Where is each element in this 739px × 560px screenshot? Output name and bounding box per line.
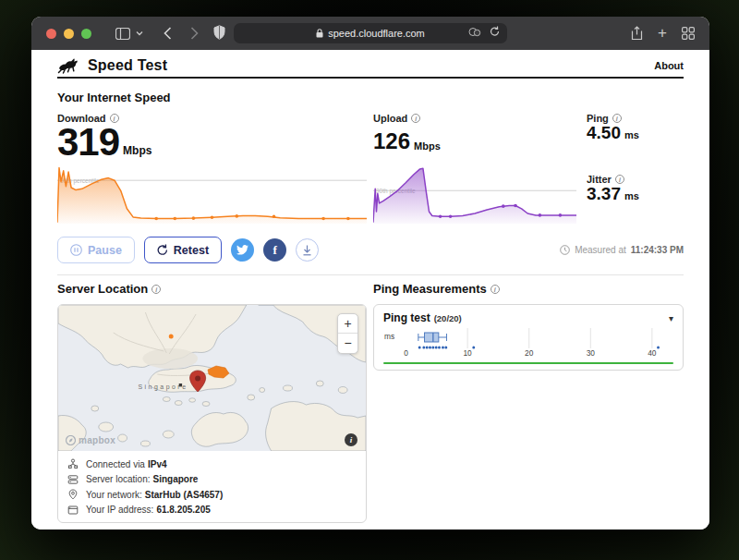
share-facebook-button[interactable]: f [263, 238, 286, 262]
pause-button[interactable]: Pause [57, 237, 135, 263]
jitter-value: 3.37 [587, 185, 621, 203]
ping-info-icon[interactable]: i [612, 114, 622, 123]
map[interactable]: Singapore + − [58, 305, 366, 451]
map-zoom-control: + − [337, 313, 358, 354]
map-secondary-marker [169, 335, 174, 339]
section-divider [57, 274, 684, 275]
page-content: Speed Test About Your Internet Speed Dow… [31, 50, 709, 530]
detail-row-server: Server location:Singapore [67, 472, 357, 488]
site-badge-icon[interactable] [468, 27, 482, 37]
svg-text:10: 10 [463, 348, 472, 358]
upload-label: Upload [373, 113, 407, 124]
mapbox-logo[interactable]: mapbox [66, 435, 115, 445]
jitter-metric: Jitteri 3.37 ms [587, 174, 684, 203]
url-text: speed.cloudflare.com [328, 28, 425, 39]
tab-overview-icon[interactable] [682, 27, 695, 40]
upload-metric: Uploadi 126 Mbps 90th percentile [373, 113, 576, 224]
browser-toolbar: speed.cloudflare.com + [31, 17, 709, 50]
download-value: 319 [57, 124, 119, 161]
server-location-card: Singapore + − [57, 304, 367, 523]
detail-row-network: Your network:StarHub (AS4657) [67, 487, 357, 503]
svg-text:0: 0 [404, 348, 408, 358]
measured-time: 11:24:33 PM [631, 245, 684, 255]
map-attribution-button[interactable]: i [345, 433, 357, 446]
site-logo[interactable]: Speed Test [57, 57, 167, 74]
chevron-down-icon[interactable] [136, 30, 143, 36]
fullscreen-window-button[interactable] [81, 29, 91, 39]
download-results-button[interactable] [296, 238, 319, 262]
lower-grid: Server Locationi [57, 282, 684, 523]
ping-dropdown-caret[interactable]: ▾ [669, 313, 673, 323]
site-title: Speed Test [88, 57, 167, 74]
download-unit: Mbps [123, 144, 151, 161]
server-location-info-icon[interactable]: i [151, 285, 161, 294]
ping-metric: Pingi 4.50 ms [587, 113, 684, 161]
svg-text:ms: ms [384, 332, 394, 341]
svg-text:20: 20 [525, 348, 534, 358]
download-metric: Downloadi 319 Mbps 90th percentile [57, 113, 367, 224]
forward-button[interactable] [190, 27, 199, 40]
download-icon [302, 245, 312, 256]
new-tab-icon[interactable]: + [658, 27, 667, 40]
share-icon[interactable] [631, 26, 643, 41]
ping-boxplot: 010203040ms [383, 326, 673, 359]
ping-measurements-section: Ping Measurementsi Ping test (20/20) ▾ 0… [373, 282, 684, 523]
svg-text:40: 40 [648, 348, 657, 358]
measured-at: Measured at 11:24:33 PM [560, 245, 684, 255]
upload-info-icon[interactable]: i [411, 114, 420, 123]
back-button[interactable] [164, 27, 172, 40]
ping-test-label: Ping test [383, 311, 430, 324]
jitter-unit: ms [624, 190, 639, 203]
detail-row-connection: Connected viaIPv4 [67, 457, 357, 472]
close-window-button[interactable] [46, 29, 56, 39]
traffic-lights [46, 29, 91, 39]
sidebar-toggle-icon[interactable] [115, 28, 130, 40]
latency-metrics: Pingi 4.50 ms Jitteri 3.37 ms [583, 113, 684, 224]
retest-button[interactable]: Retest [144, 237, 222, 263]
server-location-section: Server Locationi [57, 282, 367, 523]
facebook-icon: f [273, 243, 276, 258]
browser-window: speed.cloudflare.com + [31, 17, 709, 530]
ping-measurements-info-icon[interactable]: i [491, 285, 500, 294]
ping-test-count: (20/20) [434, 313, 462, 323]
site-header: Speed Test About [57, 50, 684, 79]
section-title-speed: Your Internet Speed [57, 91, 684, 104]
pin-icon [67, 489, 79, 500]
share-twitter-button[interactable] [231, 238, 254, 262]
upload-unit: Mbps [414, 140, 441, 153]
ping-unit: ms [624, 129, 639, 142]
lock-icon [316, 29, 323, 38]
desktop-background: speed.cloudflare.com + [0, 0, 739, 560]
jitter-info-icon[interactable]: i [615, 175, 624, 184]
clock-icon [560, 245, 570, 255]
ping-value: 4.50 [587, 124, 621, 142]
zoom-in-button[interactable]: + [338, 314, 357, 334]
measured-prefix: Measured at [575, 245, 626, 255]
reload-icon[interactable] [490, 26, 500, 37]
download-chart: 90th percentile [57, 164, 367, 224]
ping-progress-bar [383, 362, 673, 364]
connection-details: Connected viaIPv4 Server location:Singap… [58, 451, 366, 522]
controls-row: Pause Retest f Measured at [57, 237, 684, 263]
ping-measurements-title: Ping Measurements [373, 282, 487, 296]
twitter-icon [236, 245, 248, 255]
upload-chart: 90th percentile [373, 164, 576, 224]
metrics-grid: Downloadi 319 Mbps 90th percentile Uploa… [57, 113, 684, 224]
network-icon [67, 458, 79, 469]
svg-text:30: 30 [587, 348, 596, 358]
pause-icon [70, 244, 82, 256]
zoom-out-button[interactable]: − [338, 334, 357, 353]
map-canvas: Singapore [58, 305, 366, 451]
privacy-shield-icon[interactable] [213, 25, 225, 40]
minimize-window-button[interactable] [64, 29, 74, 39]
mapbox-icon [66, 435, 76, 445]
about-link[interactable]: About [654, 60, 684, 71]
detail-row-ip: Your IP address:61.8.205.205 [67, 503, 357, 518]
server-location-title: Server Location [57, 282, 148, 296]
url-bar[interactable]: speed.cloudflare.com [234, 23, 507, 43]
browser-icon [67, 505, 79, 516]
ping-test-card: Ping test (20/20) ▾ 010203040ms [373, 304, 684, 371]
refresh-icon [157, 244, 168, 256]
upload-value: 126 [373, 129, 410, 153]
rabbit-icon [57, 57, 80, 74]
